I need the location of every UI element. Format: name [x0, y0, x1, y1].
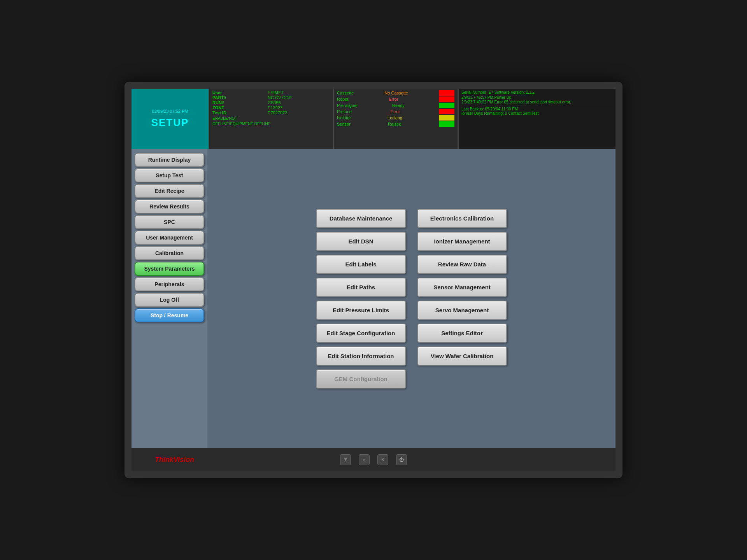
- backup-info: Last Backup: 05/29/04 11:00 PM: [461, 106, 613, 111]
- top-left-panel: 02/09/23 07:52 PM SETUP: [132, 89, 209, 149]
- btn-settings-editor[interactable]: Settings Editor: [417, 324, 507, 343]
- log-entry-2: 2/9/23,7:49:02 PM,Error 65 occurred at s…: [461, 100, 613, 104]
- preface-row: Preface Error: [337, 109, 454, 114]
- preface-label: Preface: [337, 109, 352, 114]
- robot-indicator: [439, 96, 454, 102]
- robot-label: Robot: [337, 97, 348, 102]
- monitor-controls: ⊞ ☼ ✕ ⏻: [340, 454, 407, 465]
- sidebar-btn-log-off[interactable]: Log Off: [135, 293, 204, 307]
- ctrl-btn-power[interactable]: ⏻: [396, 454, 407, 465]
- log-entries: 2/9/23,7:46:57 PM,Power Up 2/9/23,7:49:0…: [461, 95, 613, 104]
- testid-value: E7027072: [268, 110, 330, 115]
- sidebar-btn-setup-test[interactable]: Setup Test: [135, 168, 204, 182]
- sensor-row: Sensor Raised: [337, 121, 454, 127]
- screen: 02/09/23 07:52 PM SETUP User EPIMET PART…: [132, 89, 615, 448]
- ctrl-btn-2[interactable]: ☼: [359, 454, 370, 465]
- prealigner-row: Pre-aligner Ready: [337, 103, 454, 108]
- cassette-label: Cassette: [337, 91, 354, 95]
- sidebar-btn-runtime-display[interactable]: Runtime Display: [135, 153, 204, 167]
- sidebar-btn-system-parameters[interactable]: System Parameters: [135, 262, 204, 276]
- center-area: Database MaintenanceEdit DSNEdit LabelsE…: [207, 149, 615, 448]
- prealigner-indicator: [439, 103, 454, 108]
- prealigner-label: Pre-aligner: [337, 103, 358, 108]
- ctrl-btn-3[interactable]: ✕: [377, 454, 388, 465]
- run-value: CS055: [268, 100, 330, 105]
- btn-sensor-management[interactable]: Sensor Management: [417, 278, 507, 297]
- isolator-label: Isolator: [337, 116, 351, 120]
- ctrl-btn-1[interactable]: ⊞: [340, 454, 351, 465]
- enable-text: ENABLE/NOT: [212, 116, 330, 121]
- monitor: 02/09/23 07:52 PM SETUP User EPIMET PART…: [124, 82, 622, 478]
- offline-text: OFFLINE/EQUIPMENT OFFLINE: [212, 122, 330, 126]
- log-entry-1: 2/9/23,7:46:57 PM,Power Up: [461, 95, 613, 100]
- left-buttons-col: Database MaintenanceEdit DSNEdit LabelsE…: [316, 209, 406, 388]
- part-value: NC CV COR: [268, 95, 330, 100]
- datetime: 02/09/23 07:52 PM: [152, 109, 188, 114]
- btn-edit-labels[interactable]: Edit Labels: [316, 255, 406, 274]
- cassette-row: Cassette No Cassette: [337, 90, 454, 96]
- sidebar-btn-edit-recipe[interactable]: Edit Recipe: [135, 184, 204, 198]
- btn-edit-dsn[interactable]: Edit DSN: [316, 232, 406, 251]
- cassette-value: No Cassette: [384, 91, 408, 95]
- cassette-indicator: [439, 90, 454, 96]
- run-label: RUN#: [212, 100, 265, 105]
- btn-electronics-calibration[interactable]: Electronics Calibration: [417, 209, 507, 228]
- user-value: EPIMET: [268, 90, 330, 95]
- right-buttons-col: Electronics CalibrationIonizer Managemen…: [417, 209, 507, 388]
- sidebar-btn-calibration[interactable]: Calibration: [135, 246, 204, 260]
- setup-label: SETUP: [151, 117, 189, 129]
- buttons-grid: Database MaintenanceEdit DSNEdit LabelsE…: [316, 209, 507, 388]
- btn-view-wafer-calibration[interactable]: View Wafer Calibration: [417, 346, 507, 366]
- isolator-indicator: [439, 115, 454, 121]
- isolator-row: Isolator Locking: [337, 115, 454, 121]
- isolator-value: Locking: [388, 116, 402, 120]
- machine-info-panel: User EPIMET PART# NC CV COR RUN# CS055 Z…: [209, 89, 334, 149]
- zone-value: E13927: [268, 105, 330, 110]
- preface-indicator: [439, 109, 454, 114]
- btn-edit-station-information[interactable]: Edit Station Information: [316, 346, 406, 366]
- log-panel: Serial Number: E7 Software Version: 2.1.…: [458, 89, 615, 149]
- zone-label: ZONE: [212, 105, 265, 110]
- btn-edit-pressure-limits[interactable]: Edit Pressure Limits: [316, 301, 406, 320]
- status-panel: Cassette No Cassette Robot Error Pre-ali…: [334, 89, 458, 149]
- sidebar-btn-stop-/-resume[interactable]: Stop / Resume: [135, 308, 204, 322]
- sidebar-btn-peripherals[interactable]: Peripherals: [135, 277, 204, 291]
- btn-ionizer-management[interactable]: Ionizer Management: [417, 232, 507, 251]
- user-label: User: [212, 90, 265, 95]
- btn-edit-stage-configuration[interactable]: Edit Stage Configuration: [316, 324, 406, 343]
- robot-value: Error: [389, 97, 398, 102]
- sensor-indicator: [439, 121, 454, 127]
- robot-row: Robot Error: [337, 96, 454, 102]
- sidebar-btn-spc[interactable]: SPC: [135, 215, 204, 229]
- testid-label: Test ID: [212, 110, 265, 115]
- sensor-value: Raised: [388, 122, 401, 126]
- sensor-label: Sensor: [337, 122, 351, 126]
- preface-value: Error: [391, 109, 400, 114]
- monitor-brand: ThinkVision: [155, 456, 194, 464]
- btn-servo-management[interactable]: Servo Management: [417, 301, 507, 320]
- sidebar: Runtime DisplaySetup TestEdit RecipeRevi…: [132, 149, 207, 448]
- main-content: Runtime DisplaySetup TestEdit RecipeRevi…: [132, 149, 615, 448]
- btn-review-raw-data[interactable]: Review Raw Data: [417, 255, 507, 274]
- top-bar: 02/09/23 07:52 PM SETUP User EPIMET PART…: [132, 89, 615, 149]
- sidebar-btn-user-management[interactable]: User Management: [135, 231, 204, 245]
- prealigner-value: Ready: [392, 103, 405, 108]
- btn-edit-paths[interactable]: Edit Paths: [316, 278, 406, 297]
- ionizer-info: Ionizer Days Remaining: 0 Contact SemiTe…: [461, 111, 613, 116]
- part-label: PART#: [212, 95, 265, 100]
- serial-info: Serial Number: E7 Software Version: 2.1.…: [461, 90, 613, 94]
- monitor-bottom: ThinkVision ⊞ ☼ ✕ ⏻: [132, 448, 615, 471]
- btn-database-maintenance[interactable]: Database Maintenance: [316, 209, 406, 228]
- btn-gem-configuration: GEM Configuration: [316, 369, 406, 388]
- sidebar-btn-review-results[interactable]: Review Results: [135, 200, 204, 214]
